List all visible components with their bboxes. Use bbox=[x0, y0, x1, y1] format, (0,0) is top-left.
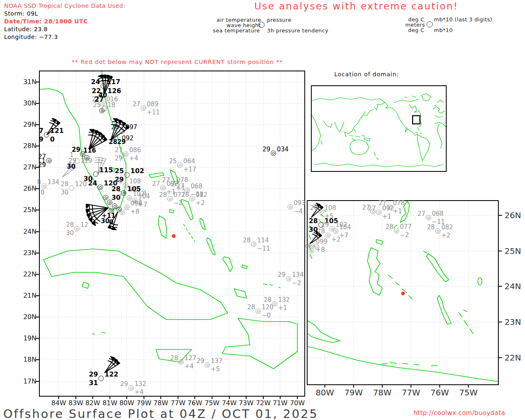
station-value-tr: 092 bbox=[382, 205, 394, 212]
station-value-tl: 24 bbox=[91, 79, 100, 85]
longitude-tick bbox=[353, 384, 354, 388]
station-circle-icon bbox=[100, 83, 106, 89]
station-value-tr: 082 bbox=[196, 192, 208, 198]
station-circle-icon bbox=[189, 196, 195, 201]
legend-sea-temperature: sea temperature bbox=[213, 27, 260, 34]
station-value-tl: 25 bbox=[115, 168, 124, 174]
station-circle-icon bbox=[314, 244, 319, 249]
station-circle-icon bbox=[119, 128, 125, 134]
station-circle-icon bbox=[41, 183, 47, 189]
station-value-br: +7 bbox=[339, 233, 348, 239]
station-value-tl: 29 bbox=[262, 146, 270, 153]
station-circle-icon bbox=[93, 171, 98, 177]
station-value-tl: 28 bbox=[66, 222, 74, 228]
longitude-tick bbox=[75, 396, 76, 399]
longitude-tick bbox=[229, 396, 230, 399]
latitude-label: 28N bbox=[21, 143, 37, 149]
station-value-tl: 28 bbox=[386, 224, 393, 230]
station-text-fragment: 30 bbox=[101, 218, 110, 224]
station-value-br: +1 bbox=[278, 305, 287, 311]
station-value-tl: 28 bbox=[170, 355, 178, 361]
station-circle-icon bbox=[286, 276, 291, 281]
station-text-fragment: 0 bbox=[41, 189, 45, 196]
station-value-tl: 27 bbox=[362, 205, 370, 211]
station-circle-icon bbox=[333, 228, 338, 234]
station-value-tl: 7 bbox=[39, 128, 43, 134]
station-circle-icon bbox=[107, 200, 112, 205]
station-value-tr: 134 bbox=[292, 272, 304, 278]
station-value-tl: 8 bbox=[37, 179, 41, 185]
station-value-bl: 9 bbox=[39, 136, 43, 143]
longitude-label: 71W bbox=[270, 400, 290, 406]
station-value-tl: 28 bbox=[159, 192, 167, 198]
station-circle-icon bbox=[109, 208, 114, 213]
station-value-tr: 120 bbox=[262, 304, 274, 310]
station-value-tr: 097 bbox=[126, 124, 137, 130]
station-circle-icon bbox=[124, 205, 130, 210]
longitude-label: 84W bbox=[49, 400, 68, 406]
station-text-fragment: 30 bbox=[67, 164, 75, 170]
world-inset-title: Location of domain: bbox=[334, 71, 399, 78]
station-value-tl: 27 bbox=[176, 183, 184, 189]
station-value-br: +4 bbox=[185, 363, 194, 370]
storm-latitude: Latitude: 23.8 bbox=[4, 25, 126, 33]
station-value-br: −2 bbox=[292, 280, 301, 286]
latitude-label: 26N bbox=[504, 211, 521, 219]
station-value-tl: 28 bbox=[309, 218, 318, 224]
station-value-tl: 26 bbox=[115, 178, 123, 185]
storm-datetime: Date/Time: 28/1800 UTC bbox=[4, 18, 126, 25]
station-circle-icon bbox=[74, 226, 80, 231]
longitude-label: 75W bbox=[459, 388, 478, 397]
main-map: 84W83W82W81W80W79W78W77W76W75W74W73W72W7… bbox=[39, 71, 305, 397]
buoy-plot-canvas: NOAA SSD Tropical Cyclone Data Used: Sto… bbox=[0, 0, 525, 420]
station-circle-icon bbox=[102, 105, 107, 111]
station-value-tr: 12 bbox=[80, 222, 88, 228]
station-value-tl: 28 bbox=[181, 192, 189, 198]
station-circle-icon bbox=[288, 204, 293, 210]
legend-units-pressure: mb*10 (last 3 digits) bbox=[434, 16, 492, 23]
station-circle-icon bbox=[251, 242, 256, 247]
station-value-br: −4 bbox=[294, 208, 303, 215]
zoom-inset-map: 80W79W78W77W76W75W26N25N24N23N22N26108+5… bbox=[307, 200, 499, 385]
station-value-br: +8 bbox=[130, 209, 139, 215]
station-value-tl: 29 bbox=[119, 191, 126, 197]
station-value-tr: 068 bbox=[432, 211, 444, 217]
longitude-label: 77W bbox=[401, 388, 421, 397]
station-circle-icon bbox=[258, 22, 265, 28]
longitude-tick bbox=[110, 396, 110, 399]
longitude-tick bbox=[178, 396, 178, 399]
station-value-br: −2 bbox=[173, 200, 183, 206]
latitude-label: 18N bbox=[21, 356, 37, 363]
station-value-tr: 18 bbox=[107, 102, 115, 108]
station-circle-icon bbox=[205, 362, 210, 368]
latitude-label: 31N bbox=[21, 79, 37, 85]
station-value-tr: 114 bbox=[257, 237, 269, 244]
station-value-tr: 132 bbox=[278, 297, 290, 303]
station-circle-icon bbox=[167, 196, 173, 201]
station-circle-icon bbox=[124, 172, 130, 178]
station-value-tr: 064 bbox=[183, 158, 195, 164]
station-value-tl: 29 bbox=[89, 371, 98, 378]
latitude-label: 24N bbox=[504, 282, 521, 290]
station-circle-icon bbox=[98, 185, 103, 190]
station-value-br: +4 bbox=[129, 155, 138, 162]
legend-units-sea: deg C bbox=[408, 27, 425, 33]
station-value-br: −2 bbox=[400, 232, 409, 238]
storm-info-title: NOAA SSD Tropical Cyclone Data Used: bbox=[4, 2, 126, 10]
longitude-label: 75W bbox=[202, 400, 222, 406]
legend-units-tendency: mb*10 bbox=[434, 27, 453, 33]
station-circle-icon bbox=[370, 209, 376, 214]
storm-position-note: ** Red dot below may NOT represent CURRE… bbox=[72, 59, 283, 65]
station-value-tl: 28 bbox=[61, 181, 68, 187]
latitude-label: 23N bbox=[21, 250, 37, 256]
latitude-label: 29N bbox=[21, 121, 37, 128]
longitude-label: 79W bbox=[344, 388, 363, 397]
station-circle-icon bbox=[309, 248, 314, 253]
longitude-label: 76W bbox=[185, 400, 205, 406]
station-circle-icon bbox=[427, 21, 433, 27]
station-circle-icon bbox=[256, 308, 261, 314]
caution-banner: Use analyses with extreme caution! bbox=[254, 1, 459, 11]
world-inset-map bbox=[311, 85, 447, 172]
station-value-br: +1 bbox=[393, 208, 402, 215]
latitude-label: 26N bbox=[21, 185, 37, 192]
